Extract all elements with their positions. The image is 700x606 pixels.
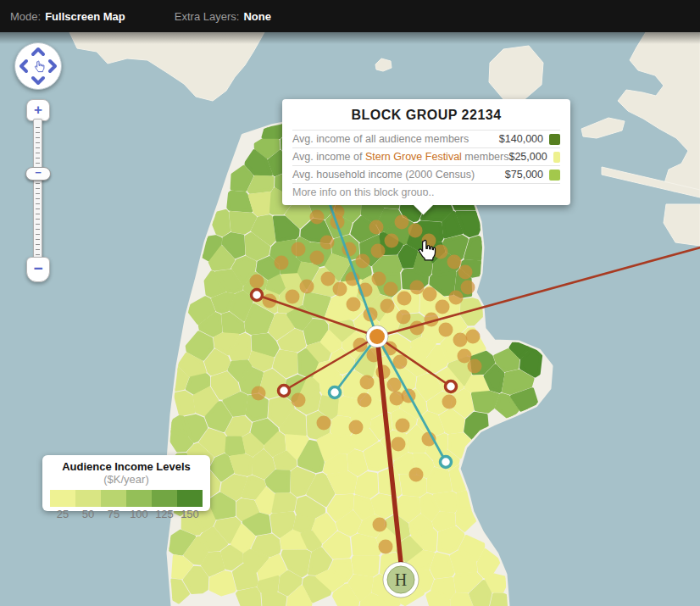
legend-tick: 100 (126, 508, 152, 520)
zoom-ticks (36, 123, 40, 255)
legend-tick-labels: 25 50 75 100 125 150 (50, 508, 203, 520)
mode-value[interactable]: Fullscreen Map (45, 10, 125, 23)
row-value: $25,000 (508, 151, 547, 163)
row-value: $75,000 (505, 169, 543, 181)
red-node-marker[interactable] (446, 381, 457, 392)
legend-tick: 150 (177, 508, 203, 520)
zoom-out-button[interactable]: − (26, 257, 50, 282)
legend-swatch-bar (50, 490, 203, 507)
pan-control[interactable] (14, 42, 62, 90)
row-color-chip (549, 134, 560, 145)
pan-hand-icon (35, 61, 43, 72)
legend-swatch (152, 490, 177, 507)
legend-tick: 25 (50, 508, 75, 520)
row-value: $140,000 (499, 133, 543, 145)
legend-swatch (126, 490, 152, 507)
row-color-chip (553, 152, 560, 163)
venue-marker-label: H (395, 570, 407, 589)
legend-title-text: Audience Income Levels (62, 460, 191, 473)
row-label: Avg. household income (2000 Census) (292, 169, 505, 181)
legend-tick: 50 (75, 508, 101, 520)
tooltip-row-census: Avg. household income (2000 Census) $75,… (292, 165, 560, 183)
legend-title: Audience Income Levels ($K/year) (42, 460, 210, 486)
hub-marker-core (369, 329, 385, 344)
row-color-chip (549, 170, 560, 181)
red-node-marker[interactable] (279, 386, 290, 397)
legend-swatch (177, 490, 203, 507)
extra-layers-group: Extra Layers: None (175, 10, 271, 23)
zoom-track[interactable] (33, 119, 42, 259)
block-group-tooltip: BLOCK GROUP 22134 Avg. income of all aud… (282, 99, 570, 205)
pan-left-icon[interactable] (21, 61, 26, 71)
legend-unit: ($K/year) (103, 473, 148, 486)
pan-up-icon[interactable] (33, 49, 43, 54)
extra-layers-value[interactable]: None (243, 10, 271, 23)
zoom-handle[interactable]: − (25, 167, 51, 181)
legend-swatch (50, 490, 75, 507)
row-label: Avg. income of all audience members (292, 133, 499, 145)
teal-node-marker[interactable] (330, 387, 341, 398)
red-node-marker[interactable] (252, 290, 263, 301)
legend-tick: 125 (152, 508, 177, 520)
legend-tick: 75 (101, 508, 126, 520)
pan-right-icon[interactable] (50, 61, 55, 71)
top-bar: Mode: Fullscreen Map Extra Layers: None (0, 0, 700, 32)
legend-swatch (75, 490, 101, 507)
row-label: Avg. income of Stern Grove Festival memb… (292, 151, 508, 163)
tooltip-row-festival: Avg. income of Stern Grove Festival memb… (292, 147, 560, 165)
tooltip-row-audience: Avg. income of all audience members $140… (292, 130, 560, 147)
legend-swatch (101, 490, 126, 507)
pan-down-icon[interactable] (33, 78, 43, 83)
teal-node-marker[interactable] (441, 457, 452, 468)
tooltip-title: BLOCK GROUP 22134 (282, 108, 570, 123)
extra-layers-label: Extra Layers: (175, 10, 240, 23)
mode-group: Mode: Fullscreen Map (10, 10, 125, 23)
mode-label: Mode: (10, 10, 41, 23)
income-legend: Audience Income Levels ($K/year) 25 50 7… (42, 455, 210, 511)
